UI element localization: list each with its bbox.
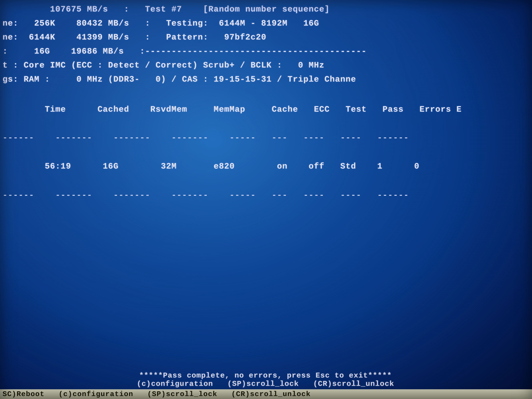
ram-line: gs: RAM : 0 MHz (DDR3- 0) / CAS : 19-15-… <box>3 72 528 86</box>
speed-line-2: ne: 256K 80432 MB/s : Testing: 6144M - 8… <box>3 16 528 31</box>
table-divider-top: ------ ------- ------- ------- ----- ---… <box>3 132 528 144</box>
cell-pass: 1 <box>377 162 414 171</box>
content-area: 107675 MB/s : Test #7 [Random number seq… <box>0 0 532 203</box>
col-rsvdmem: RsvdMem <box>145 105 203 114</box>
col-test: Test <box>346 105 382 114</box>
memory-table: Time Cached RsvdMem MemMap Cache ECC Tes… <box>3 87 528 202</box>
speed-line-1: 107675 MB/s : Test #7 [Random number seq… <box>3 2 528 16</box>
bottom-status-bar: *****Pass complete, no errors, press Esc… <box>0 371 532 389</box>
speed-line-3: ne: 6144K 41399 MB/s : Pattern: 97bf2c20 <box>3 30 528 44</box>
cell-cached: 16G <box>87 162 150 171</box>
cell-rsvdmem: 32M <box>150 162 214 171</box>
col-cache: Cache <box>261 105 314 114</box>
bottom-bar-text: SC)Reboot (c)configuration (SP)scroll_lo… <box>3 390 529 398</box>
col-errors: Errors E <box>419 105 462 114</box>
cell-errors: 0 <box>414 162 419 171</box>
cell-cache: on <box>266 162 309 171</box>
table-row: 56:19 16G 32M e820 on off Std 1 0 <box>3 144 528 189</box>
cell-ecc: off <box>309 162 340 171</box>
table-header: Time Cached RsvdMem MemMap Cache ECC Tes… <box>3 87 528 132</box>
col-memmap: MemMap <box>203 105 261 114</box>
col-cached: Cached <box>87 105 145 114</box>
bottom-bar: SC)Reboot (c)configuration (SP)scroll_lo… <box>0 389 532 399</box>
speed-line-4: : 16G 19686 MB/s :----------------------… <box>3 44 528 58</box>
cell-test: Std <box>340 162 377 171</box>
pass-complete-message: *****Pass complete, no errors, press Esc… <box>3 371 528 380</box>
cell-memmap: e820 <box>214 162 266 171</box>
imc-line: t : Core IMC (ECC : Detect / Correct) Sc… <box>3 58 528 72</box>
col-time: Time <box>45 105 87 114</box>
empty-area <box>0 203 532 371</box>
col-pass: Pass <box>382 105 419 114</box>
cell-time: 56:19 <box>45 162 87 171</box>
table-divider-bottom: ------ ------- ------- ------- ----- ---… <box>3 189 528 202</box>
col-ecc: ECC <box>314 105 346 114</box>
monitor-screen: 107675 MB/s : Test #7 [Random number seq… <box>0 0 532 399</box>
scroll-controls-message: (c)configuration (SP)scroll_lock (CR)scr… <box>3 380 528 388</box>
